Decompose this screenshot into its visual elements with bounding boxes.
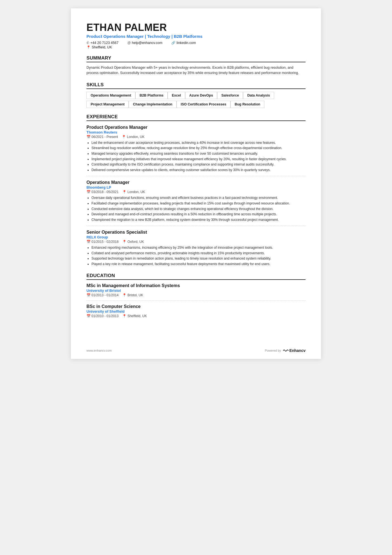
job-3-bullets: Enhanced reporting mechanisms, increasin…: [86, 245, 306, 267]
skill-data-analysis: Data Analysis: [243, 92, 274, 99]
list-item: Contributed significantly to the ISO cer…: [91, 162, 306, 167]
calendar-icon: 📅: [86, 190, 91, 194]
calendar-icon: 📅: [86, 314, 91, 318]
job-2-dates: 📅 03/2018 - 05/2021: [86, 190, 118, 194]
header: ETHAN PALMER Product Operations Manager …: [86, 22, 306, 49]
skill-azure: Azure DevOps: [185, 92, 217, 99]
phone-icon: ✆: [86, 41, 89, 45]
job-3-location: 📍 Oxford, UK: [122, 240, 144, 244]
list-item: Streamlined bug resolution workflow, red…: [91, 145, 306, 151]
skills-title: SKILLS: [86, 82, 306, 89]
job-1-title: Product Operations Manager: [86, 125, 306, 130]
list-item: Managed tenancy upgrades effectively, en…: [91, 151, 306, 156]
enhancv-logo-icon: [283, 349, 289, 352]
location-icon-job2: 📍: [122, 190, 126, 194]
list-item: Delivered comprehensive service updates …: [91, 167, 306, 173]
education-section: EDUCATION MSc in Management of Informati…: [86, 273, 306, 318]
summary-section: SUMMARY Dynamic Product Operations Manag…: [86, 55, 306, 76]
linkedin-value: linkedin.com: [177, 41, 196, 45]
brand-name: Enhancv: [289, 348, 306, 353]
skill-ops-mgmt: Operations Management: [86, 92, 135, 99]
linkedin-contact: 🔗 linkedin.com: [171, 41, 196, 45]
powered-by-label: Powered by: [265, 349, 281, 352]
list-item: Oversaw daily operational functions, ens…: [91, 195, 306, 201]
degree-2-location: 📍 Sheffield, UK: [122, 314, 147, 318]
summary-text: Dynamic Product Operations Manager with …: [86, 65, 306, 76]
location-icon-edu2: 📍: [122, 314, 126, 318]
footer-powered: Powered by Enhancv: [265, 348, 306, 353]
list-item: Conducted extensive data analysis, which…: [91, 206, 306, 212]
job-1: Product Operations Manager Thomson Reute…: [86, 125, 306, 176]
location-icon-edu1: 📍: [122, 293, 126, 297]
job-1-dates: 📅 06/2021 - Present: [86, 135, 118, 139]
degree-1-title: MSc in Management of Information Systems: [86, 283, 306, 288]
location-icon: 📍: [86, 45, 91, 49]
list-item: Championed the migration to a new B2B pl…: [91, 217, 306, 223]
job-2-bullets: Oversaw daily operational functions, ens…: [86, 195, 306, 222]
degree-1-meta: 📅 01/2013 - 01/2014 📍 Bristol, UK: [86, 293, 306, 297]
email-icon: @: [127, 41, 131, 45]
job-1-bullets: Led the enhancement of user acceptance t…: [86, 140, 306, 173]
job-3: Senior Operations Specialist RELX Group …: [86, 230, 306, 267]
skill-b2b: B2B Platforms: [135, 92, 168, 99]
resume-page: ETHAN PALMER Product Operations Manager …: [71, 8, 321, 359]
job-1-location: 📍 London, UK: [122, 135, 144, 139]
calendar-icon: 📅: [86, 293, 91, 297]
linkedin-icon: 🔗: [171, 41, 175, 45]
enhancv-brand: Enhancv: [283, 348, 306, 353]
skill-salesforce: Salesforce: [217, 92, 243, 99]
email-contact: @ help@enhancv.com: [127, 41, 162, 45]
summary-title: SUMMARY: [86, 55, 306, 62]
calendar-icon: 📅: [86, 240, 91, 244]
job-3-company: RELX Group: [86, 235, 306, 239]
candidate-name: ETHAN PALMER: [86, 22, 306, 33]
list-item: Played a key role in release management,…: [91, 262, 306, 267]
degree-2-dates: 📅 01/2010 - 01/2013: [86, 314, 118, 318]
job-3-dates: 📅 01/2015 - 02/2018: [86, 240, 118, 244]
skill-excel: Excel: [168, 92, 185, 99]
location-icon-job3: 📍: [122, 240, 126, 244]
degree-1-dates: 📅 01/2013 - 01/2014: [86, 293, 118, 297]
job-2-company: Bloomberg LP: [86, 185, 306, 189]
list-item: Developed and managed end-of-contract pr…: [91, 212, 306, 217]
job-3-title: Senior Operations Specialist: [86, 230, 306, 235]
page-footer: www.enhancv.com Powered by Enhancv: [86, 348, 306, 353]
location-value: Sheffield, UK: [92, 45, 112, 49]
location-row: 📍 Sheffield, UK: [86, 45, 306, 49]
list-item: Led the enhancement of user acceptance t…: [91, 140, 306, 145]
email-value: help@enhancv.com: [132, 41, 162, 45]
contact-row: ✆ +44 20 7123 4567 @ help@enhancv.com 🔗 …: [86, 41, 306, 45]
skill-iso: ISO Certification Processes: [177, 101, 230, 108]
phone-value: +44 20 7123 4567: [90, 41, 118, 45]
list-item: Implemented project planning initiatives…: [91, 157, 306, 162]
experience-section: EXPERIENCE Product Operations Manager Th…: [86, 114, 306, 267]
job-2-location: 📍 London, UK: [122, 190, 145, 194]
education-title: EDUCATION: [86, 273, 306, 280]
degree-1-location: 📍 Bristol, UK: [122, 293, 143, 297]
experience-title: EXPERIENCE: [86, 114, 306, 121]
location-icon-job1: 📍: [122, 135, 126, 139]
calendar-icon: 📅: [86, 135, 91, 139]
skills-section: SKILLS Operations Management B2B Platfor…: [86, 82, 306, 108]
degree-2-meta: 📅 01/2010 - 01/2013 📍 Sheffield, UK: [86, 314, 306, 318]
degree-2: BSc in Computer Science University of Sh…: [86, 304, 306, 318]
candidate-title: Product Operations Manager | Technology …: [86, 34, 306, 39]
list-item: Collated and analysed performance metric…: [91, 251, 306, 256]
job-3-meta: 📅 01/2015 - 02/2018 📍 Oxford, UK: [86, 240, 306, 244]
skill-change-impl: Change Implementation: [129, 101, 177, 108]
footer-url: www.enhancv.com: [86, 349, 112, 352]
job-1-company: Thomson Reuters: [86, 130, 306, 134]
job-2-meta: 📅 03/2018 - 05/2021 📍 London, UK: [86, 190, 306, 194]
location-contact: 📍 Sheffield, UK: [86, 45, 112, 49]
degree-1-school: University of Bristol: [86, 288, 306, 293]
skills-grid: Operations Management B2B Platforms Exce…: [86, 92, 306, 108]
degree-2-title: BSc in Computer Science: [86, 304, 306, 309]
degree-1: MSc in Management of Information Systems…: [86, 283, 306, 301]
phone-contact: ✆ +44 20 7123 4567: [86, 41, 118, 45]
list-item: Enhanced reporting mechanisms, increasin…: [91, 245, 306, 250]
degree-2-school: University of Sheffield: [86, 309, 306, 314]
skills-row-2: Project Management Change Implementation…: [86, 101, 306, 108]
job-1-meta: 📅 06/2021 - Present 📍 London, UK: [86, 135, 306, 139]
job-2-title: Operations Manager: [86, 180, 306, 185]
skill-bug-resolution: Bug Resolution: [230, 101, 264, 108]
